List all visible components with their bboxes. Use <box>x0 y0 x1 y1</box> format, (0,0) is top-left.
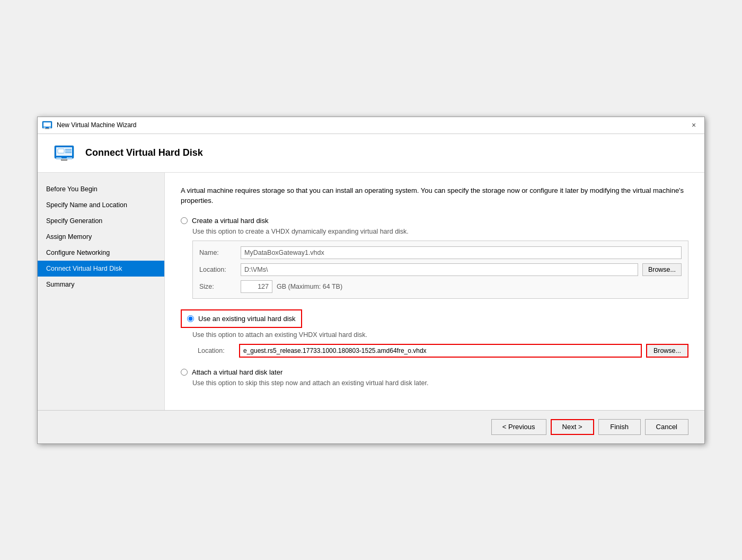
titlebar-title: New Virtual Machine Wizard <box>57 121 687 129</box>
sidebar-item-before-you-begin[interactable]: Before You Begin <box>38 181 164 197</box>
size-label: Size: <box>199 283 236 290</box>
size-unit: GB (Maximum: 64 TB) <box>277 283 342 290</box>
create-fields-box: Name: Location: Browse... Size: GB (Maxi… <box>192 241 688 299</box>
finish-button[interactable]: Finish <box>598 419 641 435</box>
location-label-existing: Location: <box>198 347 235 354</box>
sidebar-item-connect-vhd[interactable]: Connect Virtual Hard Disk <box>38 261 164 277</box>
existing-location-input[interactable] <box>239 344 642 358</box>
sidebar-item-summary[interactable]: Summary <box>38 277 164 292</box>
browse-button-create[interactable]: Browse... <box>642 263 682 276</box>
radio-later[interactable] <box>181 369 188 376</box>
titlebar-icon <box>42 121 52 129</box>
option-later-desc: Use this option to skip this step now an… <box>192 379 688 387</box>
page-header: Connect Virtual Hard Disk <box>38 134 704 173</box>
existing-field-row: Location: Browse... <box>198 344 688 358</box>
sidebar-item-specify-name[interactable]: Specify Name and Location <box>38 197 164 213</box>
option-create-row: Create a virtual hard disk <box>181 217 688 225</box>
page-title: Connect Virtual Hard Disk <box>85 147 203 158</box>
previous-button[interactable]: < Previous <box>491 419 546 435</box>
option-later-group: Attach a virtual hard disk later Use thi… <box>181 368 688 387</box>
option-existing-desc: Use this option to attach an existing VH… <box>192 331 688 339</box>
browse-button-existing[interactable]: Browse... <box>646 344 688 358</box>
titlebar: New Virtual Machine Wizard × <box>38 117 704 134</box>
content-area: A virtual machine requires storage so th… <box>165 173 704 410</box>
option-create-desc: Use this option to create a VHDX dynamic… <box>192 228 688 235</box>
svg-rect-1 <box>43 122 51 127</box>
field-row-size: Size: GB (Maximum: 64 TB) <box>199 280 682 293</box>
header-icon <box>54 145 75 162</box>
size-input[interactable] <box>241 280 272 293</box>
sidebar-item-specify-generation[interactable]: Specify Generation <box>38 213 164 229</box>
sidebar-item-configure-networking[interactable]: Configure Networking <box>38 245 164 261</box>
sidebar: Before You Begin Specify Name and Locati… <box>38 173 165 410</box>
cancel-button[interactable]: Cancel <box>645 419 688 435</box>
option-existing-group: Use an existing virtual hard disk Use th… <box>181 309 688 358</box>
location-input-create[interactable] <box>241 263 638 276</box>
existing-fields: Location: Browse... <box>192 344 688 358</box>
field-row-location: Location: Browse... <box>199 263 682 276</box>
option-existing-highlight: Use an existing virtual hard disk <box>181 309 302 328</box>
wizard-body: Before You Begin Specify Name and Locati… <box>38 173 704 410</box>
svg-rect-7 <box>56 157 61 159</box>
svg-rect-4 <box>45 128 49 129</box>
option-create-group: Create a virtual hard disk Use this opti… <box>181 217 688 299</box>
radio-create[interactable] <box>181 217 188 224</box>
option-create-label[interactable]: Create a virtual hard disk <box>192 217 269 225</box>
svg-rect-3 <box>49 127 51 128</box>
option-existing-label[interactable]: Use an existing virtual hard disk <box>198 315 296 323</box>
intro-text: A virtual machine requires storage so th… <box>181 185 688 206</box>
svg-rect-8 <box>67 157 72 159</box>
next-button[interactable]: Next > <box>551 419 594 435</box>
sidebar-item-assign-memory[interactable]: Assign Memory <box>38 229 164 245</box>
wizard-footer: < Previous Next > Finish Cancel <box>38 410 704 443</box>
radio-existing[interactable] <box>187 315 194 322</box>
wizard-window: New Virtual Machine Wizard × Connect Vir… <box>37 117 705 444</box>
location-label-create: Location: <box>199 266 236 273</box>
svg-rect-10 <box>58 149 64 153</box>
close-button[interactable]: × <box>687 119 700 131</box>
name-input[interactable] <box>241 246 682 259</box>
field-row-name: Name: <box>199 246 682 259</box>
svg-rect-9 <box>61 159 67 161</box>
option-later-label[interactable]: Attach a virtual hard disk later <box>192 368 282 376</box>
svg-rect-2 <box>43 127 46 128</box>
option-later-row: Attach a virtual hard disk later <box>181 368 688 376</box>
name-label: Name: <box>199 249 236 256</box>
